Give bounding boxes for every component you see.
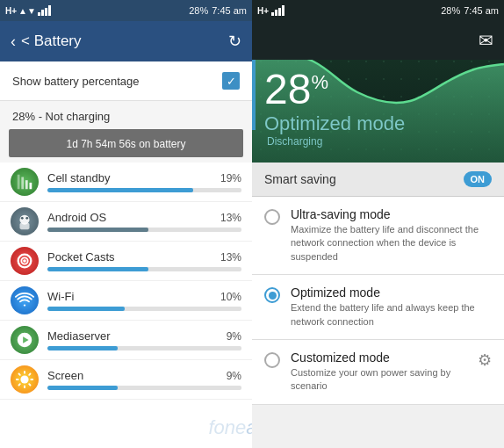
item-percent: 13% xyxy=(220,212,241,224)
status-bar-right: 28% 7:45 am xyxy=(189,5,247,16)
android-os-icon xyxy=(11,207,39,235)
right-signal-bars xyxy=(271,5,284,16)
battery-status-area: 28% - Not charging xyxy=(0,101,252,129)
battery-percentage-checkbox[interactable] xyxy=(222,72,240,90)
right-panel: H+ 28% 7:45 am ✉ xyxy=(252,0,504,448)
usage-bar xyxy=(47,188,241,192)
network-type: H+ xyxy=(5,6,17,16)
usage-bar xyxy=(47,267,241,271)
optimized-mode-radio[interactable] xyxy=(264,287,280,303)
svg-rect-3 xyxy=(30,183,32,189)
item-name: Pocket Casts xyxy=(47,250,115,264)
time-display: 7:45 am xyxy=(212,5,247,16)
usage-bar-fill xyxy=(47,346,118,350)
mode-desc: Maximize the battery life and disconnect… xyxy=(291,223,492,264)
svg-point-10 xyxy=(23,259,26,263)
svg-rect-1 xyxy=(21,177,24,190)
pocket-casts-content: Pocket Casts 13% xyxy=(47,250,241,271)
usage-bar-fill xyxy=(47,386,118,390)
wifi-icon xyxy=(11,286,39,314)
refresh-icon[interactable]: ↻ xyxy=(228,32,241,51)
page-title: < Battery xyxy=(21,33,82,50)
mode-desc: Extend the battery life and always keep … xyxy=(291,301,492,329)
svg-point-11 xyxy=(20,375,28,383)
right-status-right: 28% 7:45 am xyxy=(441,5,499,16)
usage-bar xyxy=(47,307,241,311)
mode-title: Optimized mode xyxy=(291,285,492,300)
battery-items-list: Cell standby 19% Android OS 13% xyxy=(0,163,252,448)
svg-rect-2 xyxy=(25,180,28,189)
status-bar-left: H+ ▲▼ xyxy=(5,5,51,16)
left-header: ‹ < Battery ↻ xyxy=(0,21,252,61)
optimized-mode-content: Optimized mode Extend the battery life a… xyxy=(291,285,492,329)
usage-bar-fill xyxy=(47,307,125,311)
customized-mode-option[interactable]: Customized mode Customize your own power… xyxy=(252,340,504,405)
item-name: Android OS xyxy=(47,211,106,224)
right-status-left: H+ xyxy=(257,5,284,16)
smart-saving-row: Smart saving ON xyxy=(252,163,504,197)
svg-point-7 xyxy=(25,217,28,220)
ultra-saving-radio[interactable] xyxy=(264,209,280,225)
svg-rect-5 xyxy=(20,223,30,229)
item-percent: 9% xyxy=(227,370,241,382)
item-percent: 13% xyxy=(220,251,241,264)
optimized-mode-option[interactable]: Optimized mode Extend the battery life a… xyxy=(252,275,504,340)
list-item[interactable]: Wi-Fi 10% xyxy=(0,281,252,321)
signal-icon: ▲▼ xyxy=(18,6,36,16)
usage-bar-fill xyxy=(47,267,148,271)
back-arrow-icon[interactable]: ‹ xyxy=(11,33,16,51)
usage-bar xyxy=(47,346,241,350)
list-item[interactable]: Pocket Casts 13% xyxy=(0,242,252,281)
android-os-content: Android OS 13% xyxy=(47,211,241,232)
smart-saving-label: Smart saving xyxy=(264,172,336,186)
mode-title: Ultra-saving mode xyxy=(291,207,492,221)
customized-mode-content: Customized mode Customize your own power… xyxy=(291,350,467,394)
screen-content: Screen 9% xyxy=(47,369,241,390)
discharging-label: Discharging xyxy=(267,135,492,148)
battery-info-overlay: 28% Optimized mode Discharging xyxy=(252,60,504,156)
svg-point-6 xyxy=(21,217,24,220)
smart-saving-toggle[interactable]: ON xyxy=(464,171,493,187)
right-header: ✉ xyxy=(252,21,504,60)
battery-percent-status: 28% xyxy=(189,5,208,16)
svg-rect-0 xyxy=(18,175,20,190)
right-content-area: Smart saving ON Ultra-saving mode Maximi… xyxy=(252,163,504,448)
ultra-saving-content: Ultra-saving mode Maximize the battery l… xyxy=(291,207,492,264)
left-status-bar: H+ ▲▼ 28% 7:45 am xyxy=(0,0,252,21)
show-battery-setting[interactable]: Show battery percentage xyxy=(0,61,252,101)
screen-icon xyxy=(11,365,39,394)
item-name: Screen xyxy=(47,369,83,382)
time-on-battery-text: 1d 7h 54m 56s on battery xyxy=(66,138,185,150)
item-name: Mediaserver xyxy=(47,329,111,343)
back-nav[interactable]: ‹ < Battery xyxy=(11,33,82,51)
customized-mode-radio[interactable] xyxy=(264,352,280,368)
usage-bar xyxy=(47,228,241,232)
gear-icon[interactable]: ⚙ xyxy=(478,350,492,370)
item-name: Wi-Fi xyxy=(47,290,74,303)
list-item[interactable]: Cell standby 19% xyxy=(0,163,252,202)
item-percent: 9% xyxy=(227,330,241,343)
cell-standby-content: Cell standby 19% xyxy=(47,171,241,192)
mediaserver-icon xyxy=(11,326,39,354)
battery-status-text: 28% - Not charging xyxy=(12,110,110,123)
list-item[interactable]: Screen 9% xyxy=(0,360,252,400)
cell-standby-icon xyxy=(11,168,39,196)
battery-large-percent: 28% xyxy=(264,69,492,111)
pocket-casts-icon xyxy=(11,247,39,275)
mode-label: Optimized mode xyxy=(264,112,492,135)
right-time: 7:45 am xyxy=(464,5,499,16)
right-network: H+ xyxy=(257,6,269,16)
list-item[interactable]: Mediaserver 9% xyxy=(0,321,252,360)
item-percent: 10% xyxy=(220,291,241,303)
usage-bar-fill xyxy=(47,188,193,192)
ultra-saving-option[interactable]: Ultra-saving mode Maximize the battery l… xyxy=(252,197,504,275)
right-battery: 28% xyxy=(441,5,460,16)
usage-bar-fill xyxy=(47,228,148,232)
mode-title: Customized mode xyxy=(291,350,467,365)
left-panel: H+ ▲▼ 28% 7:45 am ‹ < Battery ↻ Show bat… xyxy=(0,0,252,448)
list-item[interactable]: Android OS 13% xyxy=(0,202,252,242)
message-icon[interactable]: ✉ xyxy=(479,30,493,51)
mode-desc: Customize your own power saving by scena… xyxy=(291,366,467,394)
item-percent: 19% xyxy=(220,172,241,184)
wifi-content: Wi-Fi 10% xyxy=(47,290,241,311)
